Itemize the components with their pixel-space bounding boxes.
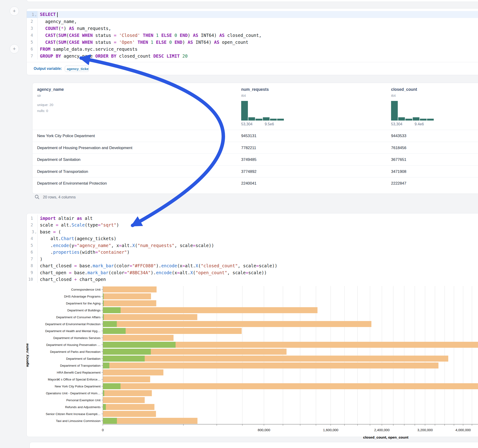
column-header[interactable]: num_requests [241, 87, 269, 92]
sql-cell: 1⌄SELECT2 agency_name,3 COUNT(*) AS num_… [26, 8, 478, 75]
table-cell: New York City Police Department [37, 134, 95, 138]
add-cell-button-output[interactable]: + [10, 44, 19, 53]
svg-text:Department of Sanitation: Department of Sanitation [66, 357, 101, 361]
code-line[interactable]: 1import altair as alt [27, 215, 478, 222]
table-row[interactable]: Department of Environmental Protection22… [32, 177, 478, 189]
code-line[interactable]: 2scale = alt.Scale(type="sqrt") [27, 222, 478, 229]
svg-text:Mayorâ€ s Office of Special En: Mayorâ€ s Office of Special Enforce… [48, 378, 101, 381]
svg-text:Department of Consumer Affairs: Department of Consumer Affairs [56, 316, 101, 319]
previous-cell-remnant [26, 0, 478, 2]
output-variable-chip[interactable]: agency_tickets [65, 66, 89, 72]
table-row[interactable]: Department of Housing Preservation and D… [32, 142, 478, 154]
svg-text:DHS Advantage Programs: DHS Advantage Programs [64, 295, 101, 298]
svg-text:800,000: 800,000 [258, 428, 270, 432]
row-column-count: 20 rows, 4 columns [43, 195, 76, 199]
table-cell: 2222847 [391, 181, 406, 186]
code-line[interactable]: 5 CAST(SUM(CASE WHEN status = 'Open' THE… [27, 39, 478, 46]
svg-text:Department of Housing Preserva: Department of Housing Preservation … [46, 343, 101, 347]
table-cell: 3677651 [391, 157, 406, 162]
next-cell-remnant [30, 442, 478, 448]
svg-text:Department of Homeless Service: Department of Homeless Services [53, 336, 101, 340]
svg-text:Senior Citizen Rent Increase E: Senior Citizen Rent Increase Exempti… [46, 412, 101, 416]
table-cell: Department of Sanitation [37, 157, 81, 162]
column-header[interactable]: closed_count [391, 87, 417, 92]
svg-text:Refunds and Adjustments: Refunds and Adjustments [65, 405, 101, 409]
code-line[interactable]: 3⌄base = ( [27, 228, 478, 235]
table-cell: 9443533 [391, 134, 406, 138]
svg-text:Personal Exemption Unit: Personal Exemption Unit [66, 398, 101, 402]
histogram-min-label: 53,304 [391, 122, 402, 126]
table-cell: 7782211 [241, 146, 256, 150]
add-cell-button-top[interactable]: + [10, 6, 19, 16]
table-cell: Department of Transportation [37, 169, 88, 174]
search-icon[interactable] [35, 194, 40, 199]
svg-text:2,400,000: 2,400,000 [374, 428, 390, 432]
histogram-max-label: 9.5e6 [265, 122, 274, 126]
table-cell: Department of Housing Preservation and D… [37, 146, 132, 150]
svg-text:HRA Benefit Card Replacement: HRA Benefit Card Replacement [57, 371, 101, 374]
svg-text:4,000,000: 4,000,000 [455, 428, 471, 432]
svg-text:Department of Transportation: Department of Transportation [60, 364, 101, 367]
code-line[interactable]: 6 .properties(width="container") [27, 249, 478, 256]
column-histogram [241, 101, 284, 120]
code-line[interactable]: 1⌄SELECT [27, 11, 478, 18]
sql-code-editor[interactable]: 1⌄SELECT2 agency_name,3 COUNT(*) AS num_… [27, 11, 478, 59]
svg-text:3,200,000: 3,200,000 [417, 428, 433, 432]
table-cell: 3749485 [241, 157, 256, 162]
column-type: i64 [391, 93, 396, 98]
python-code-editor[interactable]: 1import altair as alt2scale = alt.Scale(… [27, 215, 478, 283]
svg-text:Taxi and Limousine Commission: Taxi and Limousine Commission [56, 419, 101, 423]
code-line[interactable]: 8chart_closed = base.mark_bar(color="#FF… [27, 262, 478, 269]
column-type: str [37, 93, 41, 98]
code-line[interactable]: 10chart_closed + chart_open [27, 276, 478, 283]
table-cell: Department of Environmental Protection [37, 181, 107, 186]
table-cell: 3471908 [391, 169, 406, 174]
svg-text:Correspondence Unit: Correspondence Unit [71, 288, 101, 291]
svg-text:New York City Police Departmen: New York City Police Department [55, 385, 101, 388]
code-line[interactable]: 9chart_open = base.mark_bar(color="#8BC3… [27, 269, 478, 276]
table-row[interactable]: Department of Transportation377489234719… [32, 165, 478, 178]
table-cell: 9453131 [241, 134, 256, 138]
altair-chart-output: Correspondence UnitDHS Advantage Program… [0, 282, 478, 448]
histogram-max-label: 9.4e6 [415, 122, 424, 126]
svg-text:Department of Parks and Recrea: Department of Parks and Recreation [50, 350, 101, 354]
code-line[interactable]: 7GROUP BY agency_name ORDER BY closed_co… [27, 53, 478, 59]
code-line[interactable]: 7) [27, 255, 478, 262]
svg-text:Operations Unit - Department o: Operations Unit - Department of Hom… [46, 392, 101, 395]
table-cell: 7618456 [391, 146, 406, 150]
code-line[interactable]: 6FROM sample_data.nyc.service_requests [27, 46, 478, 53]
code-line[interactable]: 5 .encode(y="agency_name", x=alt.X("num_… [27, 242, 478, 249]
table-row[interactable]: New York City Police Department945313194… [32, 130, 478, 142]
svg-text:Department of Environmental Pr: Department of Environmental Protection [45, 322, 101, 326]
histogram-min-label: 53,304 [241, 122, 252, 126]
dataframe-footer: 20 rows, 4 columns [35, 194, 76, 199]
code-line[interactable]: 4 CAST(SUM(CASE WHEN status = 'Closed' T… [27, 32, 478, 39]
column-histogram [391, 101, 434, 120]
column-header[interactable]: agency_name [37, 87, 64, 92]
table-row[interactable]: Department of Sanitation37494853677651 [32, 154, 478, 166]
code-line[interactable]: 3 COUNT(*) AS num_requests, [27, 25, 478, 32]
code-line[interactable]: 2 agency_name, [27, 18, 478, 25]
svg-text:1,600,000: 1,600,000 [323, 428, 339, 432]
dataframe-preview: agency_namestrunique: 20nulls: 0num_requ… [32, 83, 478, 194]
column-meta: nulls: 0 [37, 109, 48, 113]
table-cell: 2240041 [241, 181, 256, 186]
svg-text:agency_name: agency_name [25, 343, 29, 367]
output-variable-row: Output variable: agency_tickets [27, 62, 478, 75]
output-variable-label: Output variable: [34, 67, 62, 71]
column-meta: unique: 20 [37, 103, 53, 107]
svg-text:Department of Health and Menta: Department of Health and Mental Hyg… [45, 329, 101, 333]
column-type: i64 [241, 93, 246, 98]
notebook-page: + + 1⌄SELECT2 agency_name,3 COUNT(*) AS … [0, 0, 478, 448]
bar-chart: Correspondence UnitDHS Advantage Program… [0, 282, 478, 448]
code-line[interactable]: 4 alt.Chart(agency_tickets) [27, 235, 478, 242]
svg-text:0: 0 [102, 428, 104, 432]
svg-text:Department for the Aging: Department for the Aging [66, 302, 101, 305]
table-cell: 3774892 [241, 169, 256, 174]
svg-text:Department of Buildings: Department of Buildings [67, 309, 101, 312]
svg-text:closed_count, open_count: closed_count, open_count [363, 435, 408, 439]
